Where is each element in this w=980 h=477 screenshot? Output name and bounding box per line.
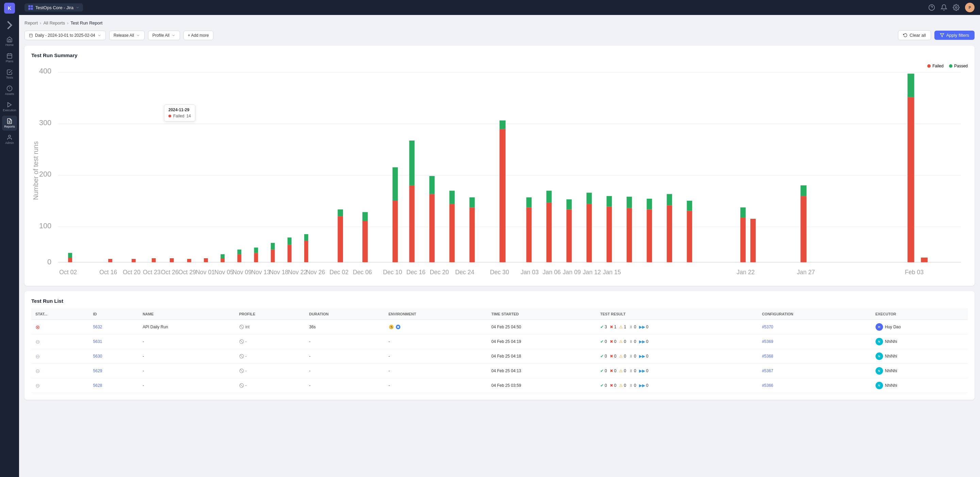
svg-rect-18 bbox=[30, 34, 33, 37]
run-icon: ▶▶ bbox=[639, 339, 645, 344]
result-cell: ✔ 0 ✖ 0 ⚠ 0 ⏸ 0 ▶▶ 0 bbox=[596, 334, 758, 349]
config-cell: #5366 bbox=[758, 378, 871, 393]
add-more-filter[interactable]: + Add more bbox=[183, 30, 213, 40]
sidebar-item-execution[interactable]: Execution bbox=[2, 99, 17, 114]
svg-rect-66 bbox=[469, 208, 475, 262]
id-link[interactable]: 5629 bbox=[93, 369, 102, 373]
table-row: ⊖ 5629 - - - - 04 Feb 25 04:13 ✔ 0 ✖ 0 ⚠… bbox=[31, 364, 968, 378]
apply-filters-button[interactable]: Apply filters bbox=[934, 30, 975, 40]
svg-rect-44 bbox=[237, 254, 241, 262]
svg-text:Dec 02: Dec 02 bbox=[329, 269, 348, 275]
result-skipped: ⏸ 0 bbox=[629, 354, 636, 359]
result-skipped: ⏸ 0 bbox=[629, 369, 636, 373]
fail-icon: ✖ bbox=[610, 383, 613, 388]
run-icon: ▶▶ bbox=[639, 324, 645, 329]
help-icon[interactable] bbox=[928, 4, 935, 11]
svg-rect-51 bbox=[288, 237, 292, 245]
chart-title: Test Run Summary bbox=[31, 52, 968, 58]
svg-text:Dec 30: Dec 30 bbox=[490, 269, 509, 275]
svg-rect-89 bbox=[740, 208, 746, 218]
breadcrumb-all-reports[interactable]: All Reports bbox=[43, 21, 65, 25]
svg-text:🐧: 🐧 bbox=[390, 326, 393, 329]
pass-icon: ✔ bbox=[600, 354, 604, 359]
svg-text:Nov 22: Nov 22 bbox=[288, 269, 307, 275]
profile-cell: - bbox=[239, 339, 301, 344]
svg-rect-74 bbox=[566, 210, 572, 262]
result-warning: ⚠ 0 bbox=[619, 339, 626, 344]
warn-icon: ⚠ bbox=[619, 383, 623, 388]
name-cell: - bbox=[138, 349, 235, 364]
id-link[interactable]: 5632 bbox=[93, 324, 102, 329]
linux-icon: 🐧 bbox=[388, 324, 394, 330]
id-link[interactable]: 5630 bbox=[93, 354, 102, 359]
svg-text:Jan 15: Jan 15 bbox=[603, 269, 621, 275]
svg-rect-35 bbox=[68, 253, 72, 258]
chart-container: 400 300 200 100 0 Number of test runs bbox=[31, 64, 968, 279]
name-cell: - bbox=[138, 334, 235, 349]
sidebar-item-assets[interactable]: Assets bbox=[2, 83, 17, 98]
svg-rect-54 bbox=[337, 216, 343, 262]
svg-rect-68 bbox=[500, 129, 506, 262]
run-icon: ▶▶ bbox=[639, 383, 645, 388]
svg-text:400: 400 bbox=[39, 67, 51, 75]
sidebar-item-admin[interactable]: Admin bbox=[2, 132, 17, 147]
date-range-filter[interactable]: Daily - 2024-10-01 to 2025-02-04 bbox=[24, 30, 106, 40]
svg-rect-60 bbox=[409, 185, 415, 262]
sidebar-expand-button[interactable] bbox=[2, 18, 17, 33]
result-passed: ✔ 0 bbox=[600, 354, 607, 359]
skip-icon: ⏸ bbox=[629, 324, 633, 329]
svg-rect-48 bbox=[271, 250, 275, 262]
name-cell: API Daily Run bbox=[138, 320, 235, 334]
duration-cell: 36s bbox=[305, 320, 384, 334]
executor-name: NhiNhi bbox=[885, 369, 897, 373]
result-skipped: ⏸ 0 bbox=[629, 339, 636, 344]
svg-text:Oct 23: Oct 23 bbox=[143, 269, 161, 275]
sidebar-item-tests[interactable]: Tests bbox=[2, 67, 17, 82]
settings-icon[interactable] bbox=[953, 4, 959, 11]
executor-avatar: N bbox=[875, 353, 883, 360]
config-cell: #5367 bbox=[758, 364, 871, 378]
svg-rect-61 bbox=[409, 140, 415, 185]
breadcrumb-report[interactable]: Report bbox=[24, 21, 38, 25]
sidebar-item-home[interactable]: Home bbox=[2, 34, 17, 49]
svg-marker-22 bbox=[940, 34, 944, 37]
id-link[interactable]: 5631 bbox=[93, 339, 102, 344]
svg-text:Nov 13: Nov 13 bbox=[251, 269, 270, 275]
skip-icon: ⏸ bbox=[629, 369, 633, 373]
svg-text:Jan 27: Jan 27 bbox=[797, 269, 815, 275]
svg-line-133 bbox=[240, 355, 243, 358]
col-executor: EXECUTOR bbox=[872, 308, 968, 320]
svg-rect-14 bbox=[31, 8, 33, 10]
config-link[interactable]: #5370 bbox=[762, 324, 773, 329]
result-cell: ✔ 0 ✖ 0 ⚠ 0 ⏸ 0 ▶▶ 0 bbox=[596, 378, 758, 393]
profile-filter[interactable]: Profile All bbox=[148, 30, 180, 40]
config-link[interactable]: #5369 bbox=[762, 339, 773, 344]
topbar-brand[interactable]: TestOps Core - Jira bbox=[24, 3, 83, 11]
user-avatar[interactable]: P bbox=[965, 3, 975, 12]
test-run-table: STAT... ID NAME PROFILE DURATION ENVIRON… bbox=[31, 308, 968, 393]
config-link[interactable]: #5366 bbox=[762, 383, 773, 388]
sidebar-item-plans[interactable]: Plans bbox=[2, 50, 17, 65]
id-link[interactable]: 5628 bbox=[93, 383, 102, 388]
fail-icon: ✖ bbox=[610, 354, 613, 359]
executor-cell-td: N NhiNhi bbox=[872, 349, 968, 364]
profile-cell: - bbox=[239, 383, 301, 388]
svg-rect-71 bbox=[527, 197, 532, 207]
svg-rect-53 bbox=[304, 234, 308, 241]
config-link[interactable]: #5368 bbox=[762, 354, 773, 359]
svg-text:0: 0 bbox=[47, 258, 51, 266]
sidebar-item-tests-label: Tests bbox=[6, 76, 13, 79]
release-filter[interactable]: Release All bbox=[109, 30, 145, 40]
clear-all-button[interactable]: Clear all bbox=[898, 30, 931, 40]
table-body: ⊗ 5632 API Daily Run int 36s 🐧 04 Feb 25… bbox=[31, 320, 968, 393]
col-test-result: TEST RESULT bbox=[596, 308, 758, 320]
executor-cell: N NhiNhi bbox=[875, 382, 964, 389]
svg-rect-41 bbox=[204, 258, 208, 262]
executor-avatar: N bbox=[875, 338, 883, 345]
environment-cell: - bbox=[385, 349, 487, 364]
svg-rect-42 bbox=[221, 258, 224, 262]
config-link[interactable]: #5367 bbox=[762, 369, 773, 373]
sidebar-item-reports[interactable]: Reports bbox=[2, 116, 17, 130]
env-dash: - bbox=[388, 339, 390, 344]
bell-icon[interactable] bbox=[940, 4, 947, 11]
